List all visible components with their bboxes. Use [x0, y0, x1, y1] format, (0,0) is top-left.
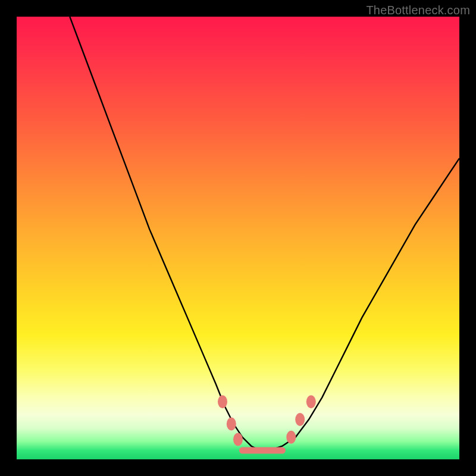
- curve-marker: [218, 395, 227, 408]
- bottleneck-curve-svg: [17, 17, 459, 459]
- curve-marker: [306, 395, 316, 408]
- curve-marker: [286, 431, 296, 444]
- curve-marker: [227, 418, 236, 431]
- chart-frame: TheBottleneck.com: [0, 0, 476, 476]
- chart-plot-area: [17, 17, 459, 459]
- curve-marker: [233, 433, 243, 446]
- curve-marker: [295, 413, 305, 426]
- watermark-text: TheBottleneck.com: [366, 4, 470, 17]
- curve-markers: [218, 395, 316, 446]
- v-curve: [70, 17, 459, 450]
